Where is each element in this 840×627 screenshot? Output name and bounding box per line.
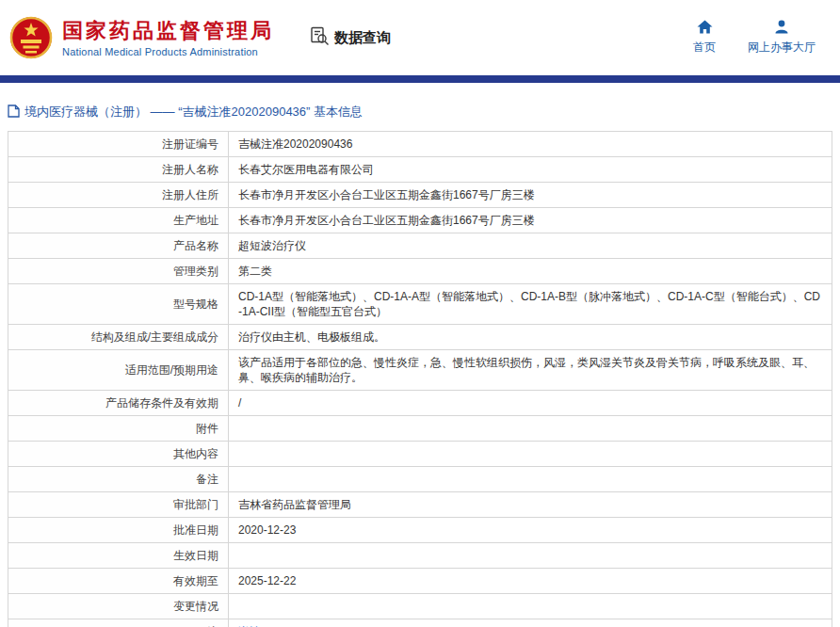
- table-row: 管理类别第二类: [8, 259, 832, 284]
- row-value: 吉林省药品监督管理局: [229, 492, 832, 518]
- row-value: 超短波治疗仪: [229, 233, 832, 259]
- row-value: [229, 416, 832, 442]
- site-subtitle: National Medical Products Administration: [62, 46, 274, 57]
- page: 国家药品监督管理局 National Medical Products Admi…: [0, 0, 840, 627]
- row-value: [229, 543, 832, 569]
- row-label: 产品储存条件及有效期: [8, 391, 229, 416]
- service-hall-label: 网上办事大厅: [748, 40, 816, 56]
- table-row: 结构及组成/主要组成成分治疗仪由主机、电极板组成。: [8, 325, 832, 350]
- breadcrumb-text: 境内医疗器械（注册） —— “吉械注准20202090436” 基本信息: [24, 104, 363, 121]
- main-content: 境内医疗器械（注册） —— “吉械注准20202090436” 基本信息 注册证…: [0, 104, 840, 627]
- row-label: 生效日期: [8, 543, 229, 569]
- row-label: 批准日期: [8, 518, 229, 543]
- row-value: [229, 442, 832, 467]
- row-value: 长春市净月开发区小合台工业区五期金鑫街1667号厂房三楼: [229, 183, 832, 208]
- row-value: 治疗仪由主机、电极板组成。: [229, 325, 832, 350]
- row-value: [229, 594, 832, 619]
- table-row: 变更情况: [8, 594, 832, 619]
- row-label: 其他内容: [8, 442, 229, 467]
- nav-home[interactable]: 首页: [693, 20, 716, 56]
- row-label: 变更情况: [8, 594, 229, 619]
- table-row: 产品名称超短波治疗仪: [8, 233, 832, 259]
- row-value: 吉械注准20202090436: [229, 132, 832, 157]
- document-icon: [8, 104, 20, 121]
- row-value: 该产品适用于各部位的急、慢性炎症，急、慢性软组织损伤，风湿，类风湿关节炎及骨关节…: [229, 350, 832, 391]
- row-label: 注: [8, 619, 229, 627]
- info-table-body: 注册证编号吉械注准20202090436注册人名称长春艾尔医用电器有限公司注册人…: [8, 132, 832, 627]
- table-row: 有效期至2025-12-22: [8, 569, 832, 594]
- row-value: 详情: [229, 619, 832, 627]
- row-value: 长春市净月开发区小合台工业区五期金鑫街1667号厂房三楼: [229, 208, 832, 233]
- row-label: 审批部门: [8, 492, 229, 518]
- row-label: 注册人名称: [8, 157, 229, 183]
- row-label: 产品名称: [8, 233, 229, 259]
- row-label: 注册证编号: [8, 132, 229, 157]
- row-label: 附件: [8, 416, 229, 442]
- row-label: 备注: [8, 467, 229, 492]
- table-row: 生产地址长春市净月开发区小合台工业区五期金鑫街1667号厂房三楼: [8, 208, 832, 233]
- header-right-nav: 首页 网上办事大厅: [693, 20, 825, 56]
- table-row: 适用范围/预期用途该产品适用于各部位的急、慢性炎症，急、慢性软组织损伤，风湿，类…: [8, 350, 832, 391]
- home-icon: [697, 20, 713, 37]
- row-label: 有效期至: [8, 569, 229, 594]
- row-value: 2020-12-23: [229, 518, 832, 543]
- header-divider-bar: [0, 75, 840, 83]
- row-value: [229, 467, 832, 492]
- registration-info-table: 注册证编号吉械注准20202090436注册人名称长春艾尔医用电器有限公司注册人…: [8, 131, 832, 627]
- row-label: 结构及组成/主要组成成分: [8, 325, 229, 350]
- brand-text: 国家药品监督管理局 National Medical Products Admi…: [62, 18, 274, 57]
- table-row: 注册人名称长春艾尔医用电器有限公司: [8, 157, 832, 183]
- home-label: 首页: [693, 40, 716, 56]
- table-row: 产品储存条件及有效期/: [8, 391, 832, 416]
- national-emblem-logo: [9, 14, 53, 61]
- table-row: 型号规格CD-1A型（智能落地式）、CD-1A-A型（智能落地式）、CD-1A-…: [8, 284, 832, 325]
- data-query-icon: [310, 26, 330, 49]
- brand-home-link[interactable]: 国家药品监督管理局 National Medical Products Admi…: [9, 14, 274, 61]
- row-value: CD-1A型（智能落地式）、CD-1A-A型（智能落地式）、CD-1A-B型（脉…: [229, 284, 832, 325]
- row-label: 生产地址: [8, 208, 229, 233]
- row-value: 2025-12-22: [229, 569, 832, 594]
- breadcrumb: 境内医疗器械（注册） —— “吉械注准20202090436” 基本信息: [8, 104, 832, 121]
- site-title: 国家药品监督管理局: [62, 18, 274, 44]
- table-row: 其他内容: [8, 442, 832, 467]
- row-label: 型号规格: [8, 284, 229, 325]
- data-query-label: 数据查询: [334, 29, 391, 47]
- nav-service-hall[interactable]: 网上办事大厅: [748, 20, 816, 56]
- row-label: 注册人住所: [8, 183, 229, 208]
- user-icon: [774, 20, 789, 37]
- row-value: 第二类: [229, 259, 832, 284]
- row-label: 适用范围/预期用途: [8, 350, 229, 391]
- table-row: 注册人住所长春市净月开发区小合台工业区五期金鑫街1667号厂房三楼: [8, 183, 832, 208]
- table-row: 批准日期2020-12-23: [8, 518, 832, 543]
- row-value: /: [229, 391, 832, 416]
- table-row: 注详情: [8, 619, 832, 627]
- table-row: 备注: [8, 467, 832, 492]
- nav-data-query[interactable]: 数据查询: [310, 26, 391, 49]
- table-row: 附件: [8, 416, 832, 442]
- table-row: 注册证编号吉械注准20202090436: [8, 132, 832, 157]
- row-value: 长春艾尔医用电器有限公司: [229, 157, 832, 183]
- row-label: 管理类别: [8, 259, 229, 284]
- site-header: 国家药品监督管理局 National Medical Products Admi…: [0, 0, 840, 75]
- table-row: 生效日期: [8, 543, 832, 569]
- table-row: 审批部门吉林省药品监督管理局: [8, 492, 832, 518]
